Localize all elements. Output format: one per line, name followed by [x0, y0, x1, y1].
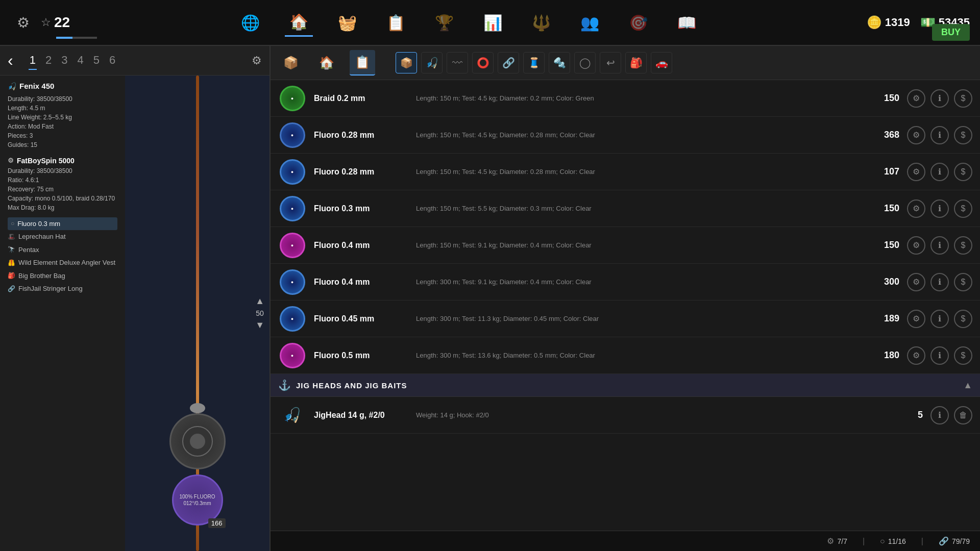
action-equip-fluoro-04-2[interactable]: ⚙ [907, 273, 925, 291]
nav-social[interactable]: 👥 [576, 9, 604, 37]
back-button[interactable]: ‹ [8, 51, 13, 70]
action-buy-braid-02[interactable]: $ [954, 89, 972, 108]
jig-section-collapse[interactable]: ▲ [963, 380, 972, 391]
action-info-fluoro-03[interactable]: ℹ [930, 199, 949, 218]
item-row-fluoro-045[interactable]: ● Fluoro 0.45 mm Length: 300 m; Test: 11… [271, 300, 980, 337]
spool-circle: 100% FLUORO012°/0.3mm [172, 474, 223, 525]
equip-item-hat[interactable]: 🎩 Leprechaun Hat [8, 230, 117, 243]
nav-trophy[interactable]: 🏆 [430, 9, 458, 37]
right-panel-header: 📦 🏠 📋 📦 🎣 〰 ⭕ 🔗 🧵 🔩 ◯ ↩ 🎒 🚗 [271, 46, 980, 80]
action-info-fluoro-05[interactable]: ℹ [930, 346, 949, 365]
item-name-jighead-14g: JigHead 14 g, #2/0 [314, 411, 416, 420]
action-equip-fluoro-045[interactable]: ⚙ [907, 310, 925, 328]
panel-tab-list[interactable]: 📋 [350, 50, 375, 76]
bag-tab-4[interactable]: 4 [76, 52, 84, 70]
item-row-braid-02[interactable]: ● Braid 0.2 mm Length: 150 m; Test: 4.5 … [271, 80, 980, 117]
filter-rod[interactable]: 🎣 [421, 52, 443, 73]
item-row-fluoro-04-1[interactable]: ● Fluoro 0.4 mm Length: 150 m; Test: 9.1… [271, 227, 980, 264]
rod-visual: 100% FLUORO012°/0.3mm 166 ▲ 50 ▼ [125, 76, 270, 551]
item-row-jighead-14g[interactable]: 🎣 JigHead 14 g, #2/0 Weight: 14 g; Hook:… [271, 397, 980, 434]
panel-tab-bag[interactable]: 📦 [278, 50, 304, 76]
bag-tab-6[interactable]: 6 [108, 52, 116, 70]
settings-icon[interactable]: ⚙ [10, 10, 36, 35]
bag-tab-2[interactable]: 2 [44, 52, 53, 70]
item-desc-fluoro-04-2: Length: 300 m; Test: 9.1 kg; Diameter: 0… [416, 278, 869, 286]
filter-line[interactable]: 〰 [447, 52, 468, 73]
equip-item-pentax[interactable]: 🔭 Pentax [8, 243, 117, 257]
buy-button[interactable]: BUY [932, 24, 970, 41]
action-info-fluoro-04-2[interactable]: ℹ [930, 273, 949, 291]
action-buy-fluoro-045[interactable]: $ [954, 310, 972, 328]
level-display: ☆ 22 [41, 14, 70, 31]
reel-recovery: Recovery: 75 cm [8, 185, 117, 194]
nav-stats[interactable]: 📊 [479, 9, 507, 37]
filter-sinker[interactable]: ◯ [574, 52, 596, 73]
item-actions-fluoro-03: ⚙ ℹ $ [907, 199, 972, 218]
nav-globe[interactable]: 🌐 [236, 9, 264, 37]
action-equip-fluoro-028-1[interactable]: ⚙ [907, 126, 925, 144]
stringer-icon: 🔗 [8, 284, 15, 293]
action-info-fluoro-028-2[interactable]: ℹ [930, 163, 949, 181]
scroll-up[interactable]: ▲ [255, 296, 264, 307]
action-equip-fluoro-03[interactable]: ⚙ [907, 199, 925, 218]
equip-item-bag[interactable]: 🎒 Big Brother Bag [8, 269, 117, 283]
action-info-jighead-14g[interactable]: ℹ [930, 406, 949, 424]
equip-pentax-name: Pentax [18, 245, 39, 255]
filter-bag[interactable]: 🎒 [625, 52, 647, 73]
action-equip-fluoro-028-2[interactable]: ⚙ [907, 163, 925, 181]
action-info-braid-02[interactable]: ℹ [930, 89, 949, 108]
item-price-fluoro-045: 189 [869, 313, 899, 324]
filter-leader[interactable]: ↩ [600, 52, 621, 73]
jig-section-header[interactable]: ⚓ JIG HEADS AND JIG BAITS ▲ [271, 374, 980, 397]
stringer-value: 79/79 [952, 537, 970, 545]
action-buy-fluoro-04-1[interactable]: $ [954, 236, 972, 255]
action-buy-fluoro-03[interactable]: $ [954, 199, 972, 218]
action-buy-fluoro-04-2[interactable]: $ [954, 273, 972, 291]
action-equip-fluoro-04-1[interactable]: ⚙ [907, 236, 925, 255]
nav-basket[interactable]: 🧺 [333, 9, 361, 37]
item-row-fluoro-028-1[interactable]: ● Fluoro 0.28 mm Length: 150 m; Test: 4.… [271, 117, 980, 154]
item-row-fluoro-03[interactable]: ● Fluoro 0.3 mm Length: 150 m; Test: 5.5… [271, 190, 980, 227]
equip-item-vest[interactable]: 🦺 Wild Element Deluxe Angler Vest [8, 256, 117, 269]
bag-tab-5[interactable]: 5 [92, 52, 101, 70]
item-thumb-fluoro-04-1: ● [278, 231, 306, 259]
action-delete-jighead-14g[interactable]: 🗑 [954, 406, 972, 424]
bag-tab-1[interactable]: 1 [29, 52, 37, 70]
nav-guild[interactable]: 🎯 [624, 9, 652, 37]
action-info-fluoro-04-1[interactable]: ℹ [930, 236, 949, 255]
filter-all[interactable]: 📦 [396, 52, 417, 73]
action-equip-braid-02[interactable]: ⚙ [907, 89, 925, 108]
nav-profile[interactable]: 📋 [382, 9, 410, 37]
item-price-braid-02: 150 [869, 93, 899, 104]
filter-float[interactable]: 🔩 [549, 52, 570, 73]
item-name-fluoro-04-2: Fluoro 0.4 mm [314, 278, 416, 287]
scroll-down[interactable]: ▼ [255, 320, 264, 331]
bottom-status: ⚙ 7/7 | ○ 11/16 | 🔗 79/79 [271, 531, 980, 551]
action-buy-fluoro-028-1[interactable]: $ [954, 126, 972, 144]
action-info-fluoro-028-1[interactable]: ℹ [930, 126, 949, 144]
item-row-fluoro-028-2[interactable]: ● Fluoro 0.28 mm Length: 150 m; Test: 4.… [271, 154, 980, 190]
filter-jig[interactable]: 🔗 [498, 52, 519, 73]
action-buy-fluoro-028-2[interactable]: $ [954, 163, 972, 181]
nav-book[interactable]: 📖 [673, 9, 701, 37]
filter-hook[interactable]: ⭕ [472, 52, 494, 73]
item-row-fluoro-05[interactable]: ● Fluoro 0.5 mm Length: 300 m; Test: 13.… [271, 337, 980, 374]
panel-tab-home[interactable]: 🏠 [314, 50, 339, 76]
reel-section: ⚙ FatBoySpin 5000 Durability: 38500/3850… [8, 156, 117, 212]
action-info-fluoro-045[interactable]: ℹ [930, 310, 949, 328]
equip-item-stringer[interactable]: 🔗 FishJail Stringer Long [8, 282, 117, 295]
item-row-fluoro-04-2[interactable]: ● Fluoro 0.4 mm Length: 300 m; Test: 9.1… [271, 264, 980, 300]
equip-item-fluoro[interactable]: ○ Fluoro 0.3 mm [8, 217, 117, 231]
item-thumb-fluoro-04-2: ● [278, 268, 306, 296]
filter-lure[interactable]: 🧵 [523, 52, 545, 73]
action-buy-fluoro-05[interactable]: $ [954, 346, 972, 365]
nav-home[interactable]: 🏠 [285, 9, 313, 37]
star-icon: ☆ [41, 16, 51, 29]
gold-currency: 🪙 1319 [867, 15, 910, 30]
nav-tournament[interactable]: 🔱 [527, 9, 555, 37]
right-panel: 📦 🏠 📋 📦 🎣 〰 ⭕ 🔗 🧵 🔩 ◯ ↩ 🎒 🚗 [271, 46, 980, 551]
bag-tab-3[interactable]: 3 [60, 52, 68, 70]
action-equip-fluoro-05[interactable]: ⚙ [907, 346, 925, 365]
filter-vehicle[interactable]: 🚗 [651, 52, 672, 73]
rod-name: 🎣 Fenix 450 [8, 81, 117, 92]
